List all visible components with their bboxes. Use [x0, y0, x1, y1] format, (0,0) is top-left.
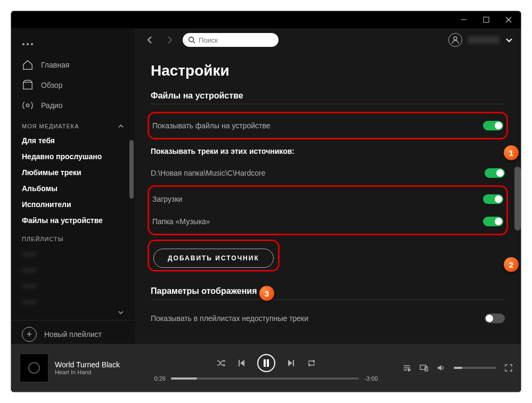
minimize-button[interactable]	[460, 16, 468, 23]
svg-rect-7	[23, 83, 32, 89]
playlist-item[interactable]: ——	[11, 293, 135, 309]
settings-content: Настройки Файлы на устройстве Показывать…	[135, 52, 521, 340]
nav-label: Главная	[41, 61, 69, 69]
add-source-button[interactable]: ДОБАВИТЬ ИСТОЧНИК	[153, 249, 274, 268]
track-artist[interactable]: Heart In Hand	[55, 369, 120, 375]
row-label: Показывать треки из этих источников:	[151, 147, 294, 155]
pause-button[interactable]	[257, 354, 275, 372]
playlist-item[interactable]: ——	[11, 245, 135, 261]
player-right	[403, 364, 512, 372]
time-elapsed: 0:28	[154, 375, 166, 382]
playlist-item[interactable]: ——	[11, 277, 135, 293]
next-button[interactable]	[287, 359, 296, 367]
window-titlebar	[452, 11, 521, 28]
new-playlist-button[interactable]: + Новый плейлист	[11, 320, 135, 344]
nav-label: Обзор	[41, 81, 62, 89]
top-nav	[135, 28, 521, 52]
browse-icon	[22, 79, 34, 91]
queue-button[interactable]	[403, 364, 411, 372]
home-icon	[22, 59, 34, 71]
row-source-downloads: Загрузки	[152, 188, 503, 210]
svg-point-11	[454, 37, 457, 40]
close-button[interactable]	[505, 16, 512, 23]
chevron-down-icon[interactable]	[11, 309, 135, 316]
repeat-button[interactable]	[307, 359, 316, 367]
player-controls	[217, 354, 316, 372]
menu-dots[interactable]	[11, 34, 135, 55]
playlists-header-text: ПЛЕЙЛИСТЫ	[22, 236, 64, 242]
section-display: Параметры отображения	[151, 286, 505, 296]
callout-3: ДОБАВИТЬ ИСТОЧНИК	[148, 240, 280, 272]
lib-artists[interactable]: Исполнители	[11, 196, 135, 212]
lib-recent[interactable]: Недавно прослушано	[11, 149, 135, 165]
toggle-source-0[interactable]	[485, 168, 505, 178]
shuffle-button[interactable]	[217, 359, 225, 367]
nav-radio[interactable]: Радио	[11, 95, 135, 116]
annotation-badge-1: 1	[504, 145, 519, 160]
svg-line-10	[193, 42, 195, 44]
svg-point-4	[22, 43, 24, 45]
row-sources-header: Показывать треки из этих источников:	[151, 141, 505, 162]
forward-button[interactable]	[162, 32, 177, 47]
row-label: Показывать в плейлистах недоступные трек…	[151, 314, 308, 323]
volume-slider[interactable]	[454, 367, 496, 369]
source-path: Папка «Музыка»	[152, 217, 210, 226]
nav-home[interactable]: Главная	[11, 55, 135, 75]
devices-button[interactable]	[420, 364, 428, 372]
album-cover[interactable]	[20, 353, 48, 382]
chevron-up-icon[interactable]	[118, 123, 124, 129]
time-remaining: -3:00	[364, 375, 378, 382]
svg-point-9	[189, 37, 194, 42]
volume-icon[interactable]	[437, 364, 445, 372]
svg-rect-1	[484, 17, 489, 22]
prev-button[interactable]	[237, 359, 245, 367]
row-label: Показывать файлы на устройстве	[152, 121, 271, 130]
nav-browse[interactable]: Обзор	[11, 75, 135, 95]
sidebar-scrollbar[interactable]	[129, 140, 134, 199]
row-source-music: Папка «Музыка»	[152, 210, 503, 233]
fullscreen-button[interactable]	[505, 364, 512, 372]
annotation-badge-3: 3	[259, 286, 274, 301]
source-path: Загрузки	[152, 195, 182, 203]
lib-local[interactable]: Файлы на устройстве	[11, 212, 135, 228]
sidebar: Главная Обзор Радио МОЯ МЕДИАТЕКА Для те…	[11, 28, 135, 344]
app-window: Главная Обзор Радио МОЯ МЕДИАТЕКА Для те…	[11, 11, 521, 392]
player-center: 0:28 -3:00	[154, 354, 378, 382]
playlist-item[interactable]: ——	[11, 261, 135, 277]
svg-point-5	[27, 43, 29, 45]
lib-for-you[interactable]: Для тебя	[11, 133, 135, 149]
search-icon	[188, 36, 195, 44]
search-box[interactable]	[183, 33, 279, 47]
lib-albums[interactable]: Альбомы	[11, 180, 135, 196]
username	[468, 36, 500, 44]
callout-1: Показывать файлы на устройстве	[148, 112, 508, 139]
toggle-show-local[interactable]	[483, 121, 503, 130]
svg-rect-13	[267, 359, 269, 367]
toggle-unavailable[interactable]	[485, 314, 505, 323]
svg-rect-12	[264, 359, 266, 367]
toggle-source-1[interactable]	[483, 194, 503, 204]
search-input[interactable]	[199, 36, 273, 44]
back-button[interactable]	[142, 32, 157, 47]
plus-icon: +	[22, 327, 37, 342]
radio-icon	[22, 100, 34, 111]
nav-label: Радио	[41, 101, 62, 110]
divider	[151, 104, 505, 104]
divider	[151, 299, 505, 300]
track-info: World Turned Black Heart In Hand	[55, 360, 120, 375]
main-panel: Настройки Файлы на устройстве Показывать…	[135, 28, 521, 344]
track-title[interactable]: World Turned Black	[55, 360, 120, 369]
playlists-header: ПЛЕЙЛИСТЫ	[11, 228, 135, 245]
library-header-text: МОЯ МЕДИАТЕКА	[22, 123, 79, 129]
row-show-local-files: Показывать файлы на устройстве	[152, 114, 503, 137]
toggle-source-2[interactable]	[483, 217, 503, 226]
source-path: D:\Новая папка\Music\C\Hardcore	[151, 169, 265, 177]
lib-liked[interactable]: Любимые треки	[11, 165, 135, 180]
user-menu[interactable]	[448, 33, 513, 47]
seek-bar[interactable]	[171, 377, 359, 380]
maximize-button[interactable]	[482, 16, 490, 23]
chevron-down-icon[interactable]	[505, 36, 513, 44]
main-scrollbar[interactable]	[514, 167, 521, 231]
svg-point-6	[31, 43, 33, 45]
callout-2: Загрузки Папка «Музыка»	[148, 185, 508, 235]
